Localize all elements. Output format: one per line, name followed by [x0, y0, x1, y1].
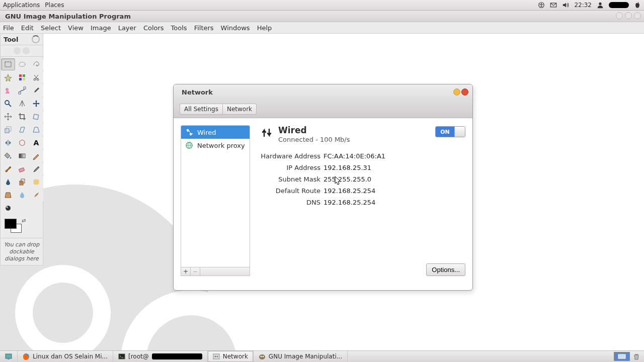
paths-tool[interactable] — [15, 84, 29, 97]
text-tool[interactable]: A — [29, 137, 43, 149]
color-swatches[interactable]: ⇄ — [3, 218, 41, 236]
scissors-tool[interactable] — [29, 71, 43, 83]
clone-tool[interactable] — [15, 176, 29, 188]
menu-windows[interactable]: Windows — [221, 24, 250, 32]
remove-connection-button[interactable]: − — [191, 267, 200, 276]
trash-icon[interactable] — [633, 353, 640, 360]
paintbrush-tool[interactable] — [1, 163, 15, 175]
options-button[interactable]: Options... — [426, 263, 465, 276]
scale-tool[interactable] — [1, 124, 15, 136]
crumb-network[interactable]: Network — [222, 104, 257, 115]
move-tool[interactable] — [29, 98, 43, 110]
perspective-clone-tool[interactable] — [1, 189, 15, 201]
task-network[interactable]: Network — [208, 351, 254, 362]
task-firefox[interactable]: Linux dan OS Selain Mi... — [18, 351, 113, 362]
foreground-select-tool[interactable] — [1, 84, 15, 97]
task-label: [root@ — [128, 353, 149, 360]
volume-icon[interactable] — [562, 2, 569, 9]
applications-menu[interactable]: Applications — [3, 2, 40, 9]
add-connection-button[interactable]: + — [181, 267, 191, 276]
connection-info-grid: Hardware Address FC:AA:14:0E:06:A1 IP Ad… — [260, 152, 460, 206]
dialog-title-bar[interactable]: Network All Settings Network — [174, 84, 472, 118]
svg-point-38 — [259, 354, 265, 359]
menu-layer[interactable]: Layer — [118, 24, 136, 32]
crop-tool[interactable] — [15, 111, 29, 123]
terminal-icon — [118, 353, 125, 360]
menu-file[interactable]: File — [3, 24, 14, 32]
workspace-switcher[interactable] — [614, 352, 630, 361]
info-label: Hardware Address — [260, 152, 320, 160]
menu-tools[interactable]: Tools — [171, 24, 187, 32]
info-value: 192.168.25.254 — [324, 187, 460, 195]
wilber-icon — [14, 47, 21, 54]
cage-tool[interactable] — [15, 137, 29, 149]
svg-rect-41 — [618, 354, 625, 358]
menu-filters[interactable]: Filters — [194, 24, 214, 32]
svg-text:A: A — [34, 139, 39, 147]
connection-toggle[interactable]: ON — [435, 126, 465, 137]
svg-rect-6 — [19, 74, 22, 77]
eraser-tool[interactable] — [15, 163, 29, 175]
close-button[interactable] — [634, 12, 641, 19]
show-desktop-button[interactable] — [0, 351, 18, 362]
align-tool[interactable] — [1, 111, 15, 123]
airbrush-tool[interactable] — [29, 163, 43, 175]
dialog-minimize-button[interactable] — [453, 88, 460, 96]
clock[interactable]: 22:32 — [574, 2, 592, 9]
zoom-tool[interactable] — [1, 98, 15, 110]
accessibility-icon[interactable] — [538, 2, 545, 9]
svg-rect-27 — [33, 179, 40, 186]
fuzzy-select-tool[interactable] — [1, 71, 15, 83]
color-picker-tool[interactable] — [29, 84, 43, 97]
rotate-tool[interactable] — [29, 111, 43, 123]
svg-rect-18 — [5, 129, 9, 133]
ellipse-select-tool[interactable] — [15, 58, 29, 70]
crumb-all-settings[interactable]: All Settings — [180, 104, 222, 115]
ink-tool[interactable] — [1, 176, 15, 188]
places-menu[interactable]: Places — [45, 2, 64, 9]
flip-tool[interactable] — [1, 137, 15, 149]
busy-spinner-icon — [32, 35, 40, 43]
measure-tool[interactable] — [15, 98, 29, 110]
task-terminal[interactable]: [root@ — [113, 351, 208, 362]
swap-colors-icon[interactable]: ⇄ — [22, 218, 26, 223]
fg-color-swatch[interactable] — [5, 219, 17, 229]
minimize-button[interactable] — [616, 12, 623, 19]
heal-tool[interactable] — [29, 176, 43, 188]
wilber-icon — [23, 47, 30, 54]
menu-colors[interactable]: Colors — [143, 24, 164, 32]
bottom-taskbar: Linux dan OS Selain Mi... [root@ Network… — [0, 350, 644, 362]
svg-point-12 — [6, 88, 9, 91]
perspective-tool[interactable] — [29, 124, 43, 136]
menu-select[interactable]: Select — [41, 24, 61, 32]
mail-icon[interactable] — [550, 2, 557, 9]
blend-tool[interactable] — [15, 150, 29, 162]
dodge-burn-tool[interactable] — [1, 202, 15, 214]
menu-edit[interactable]: Edit — [21, 24, 34, 32]
pencil-tool[interactable] — [29, 150, 43, 162]
svg-rect-7 — [23, 74, 25, 77]
svg-point-15 — [5, 101, 9, 105]
maximize-button[interactable] — [625, 12, 632, 19]
color-select-tool[interactable] — [15, 71, 29, 83]
sidebar-item-proxy[interactable]: Network proxy — [181, 139, 250, 152]
task-gimp[interactable]: GNU Image Manipulati... — [254, 351, 348, 362]
shear-tool[interactable] — [15, 124, 29, 136]
wired-icon — [185, 128, 193, 136]
free-select-tool[interactable] — [29, 58, 43, 70]
apple-icon[interactable] — [634, 2, 641, 9]
rect-select-tool[interactable] — [1, 58, 15, 70]
svg-rect-13 — [19, 92, 21, 94]
menu-view[interactable]: View — [68, 24, 84, 32]
menu-image[interactable]: Image — [91, 24, 111, 32]
smudge-tool[interactable] — [29, 189, 43, 201]
bucket-fill-tool[interactable] — [1, 150, 15, 162]
bg-art — [33, 283, 93, 343]
menu-help[interactable]: Help — [257, 24, 272, 32]
connection-subtitle: Connected - 100 Mb/s — [278, 136, 350, 143]
blur-tool[interactable] — [15, 189, 29, 201]
toolbox-panel: Tool A — [0, 34, 43, 265]
user-icon[interactable] — [597, 2, 604, 9]
dialog-close-button[interactable] — [461, 88, 468, 96]
sidebar-item-wired[interactable]: Wired — [181, 126, 250, 139]
